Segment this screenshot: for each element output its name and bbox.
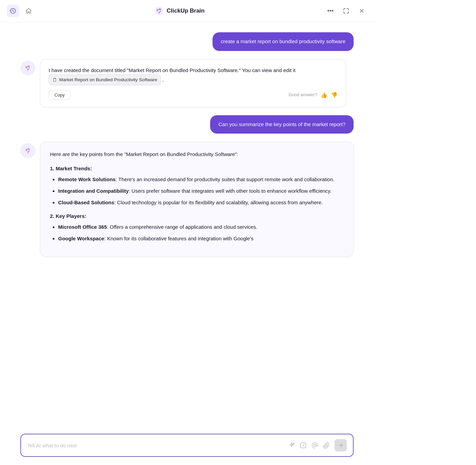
user-message-text-2: Can you summarize the key points of the … <box>218 121 345 127</box>
user-message-1: create a market report on bundled produc… <box>20 32 354 51</box>
ai-avatar-icon <box>23 64 32 72</box>
slash-command-icon <box>300 442 307 449</box>
ai-avatar-2 <box>20 143 35 158</box>
ai-avatar-1 <box>20 61 35 75</box>
slash-command-button[interactable] <box>300 442 307 449</box>
list-item: Integration and Compatibility: Users pre… <box>58 187 344 195</box>
chat-area: create a market report on bundled produc… <box>0 22 374 428</box>
expand-icon <box>343 8 349 14</box>
ai-avatar-icon-2 <box>23 146 32 155</box>
history-icon <box>10 7 16 14</box>
section-market-trends: 1. Market Trends: Remote Work Solutions:… <box>50 165 344 207</box>
header-title-area: ClickUp Brain <box>154 6 204 16</box>
document-icon: 🗒 <box>52 76 57 84</box>
section-2-list: Microsoft Office 365: Offers a comprehen… <box>50 223 344 243</box>
attach-button[interactable] <box>323 442 330 449</box>
user-message-2: Can you summarize the key points of the … <box>20 115 354 134</box>
history-button[interactable] <box>7 5 19 17</box>
app-header: ClickUp Brain ••• <box>0 0 374 22</box>
ai-bubble-1: I have created the document titled "Mark… <box>40 59 346 107</box>
section-key-players: 2. Key Players: Microsoft Office 365: Of… <box>50 212 344 243</box>
section-1-header: 1. Market Trends: <box>50 165 344 173</box>
sparkle-button[interactable] <box>288 442 295 449</box>
send-icon <box>338 443 343 448</box>
header-title: ClickUp Brain <box>167 7 204 14</box>
doc-chip[interactable]: 🗒 Market Report on Bundled Productivity … <box>49 74 161 85</box>
input-icons <box>288 439 347 451</box>
close-button[interactable] <box>356 5 367 16</box>
thumbs-up-button[interactable]: 👍 <box>321 91 327 100</box>
more-options-button[interactable]: ••• <box>325 5 336 16</box>
feedback-area: Good answer? 👍 👎 <box>288 91 338 100</box>
ai-text-after: . <box>162 77 164 83</box>
section-2-header: 2. Key Players: <box>50 212 344 220</box>
home-icon <box>25 7 32 14</box>
home-button[interactable] <box>23 5 34 16</box>
more-icon: ••• <box>327 7 334 15</box>
doc-chip-label: Market Report on Bundled Productivity So… <box>59 76 157 84</box>
user-message-text-1: create a market report on bundled produc… <box>221 38 345 44</box>
svg-point-1 <box>155 6 164 15</box>
ai-message-2: Here are the key points from the "Market… <box>20 142 354 257</box>
feedback-label: Good answer? <box>288 91 317 99</box>
ai-message-1: I have created the document titled "Mark… <box>20 59 354 107</box>
list-item: Google Workspace: Known for its collabor… <box>58 235 344 243</box>
message-actions-1: Copy Good answer? 👍 👎 <box>49 90 338 100</box>
copy-button[interactable]: Copy <box>49 90 70 100</box>
list-item: Remote Work Solutions: There's an increa… <box>58 175 344 184</box>
input-wrapper <box>20 434 354 457</box>
at-icon <box>311 442 318 449</box>
header-left <box>7 5 34 17</box>
copy-label: Copy <box>54 92 65 98</box>
paperclip-icon <box>323 442 330 449</box>
user-bubble-2: Can you summarize the key points of the … <box>210 115 354 134</box>
ai-text-before: I have created the document titled "Mark… <box>49 67 295 73</box>
section-1-list: Remote Work Solutions: There's an increa… <box>50 175 344 207</box>
close-icon <box>359 8 365 14</box>
key-points-container: 1. Market Trends: Remote Work Solutions:… <box>50 165 344 243</box>
sparkle-icon <box>288 442 295 449</box>
list-item: Microsoft Office 365: Offers a comprehen… <box>58 223 344 231</box>
header-right: ••• <box>325 5 367 16</box>
expand-button[interactable] <box>341 5 352 16</box>
svg-point-6 <box>314 444 316 447</box>
ai-bubble-2: Here are the key points from the "Market… <box>40 142 354 257</box>
user-bubble-1: create a market report on bundled produc… <box>213 32 354 51</box>
input-area <box>0 428 374 465</box>
ai-intro-text: Here are the key points from the "Market… <box>50 150 344 158</box>
thumbs-down-button[interactable]: 👎 <box>331 91 338 100</box>
send-button[interactable] <box>335 439 347 451</box>
chat-input[interactable] <box>27 443 284 448</box>
clickup-brain-icon <box>154 6 164 16</box>
brain-logo <box>154 6 164 16</box>
mention-button[interactable] <box>311 442 318 449</box>
list-item: Cloud-Based Solutions: Cloud technology … <box>58 199 344 207</box>
